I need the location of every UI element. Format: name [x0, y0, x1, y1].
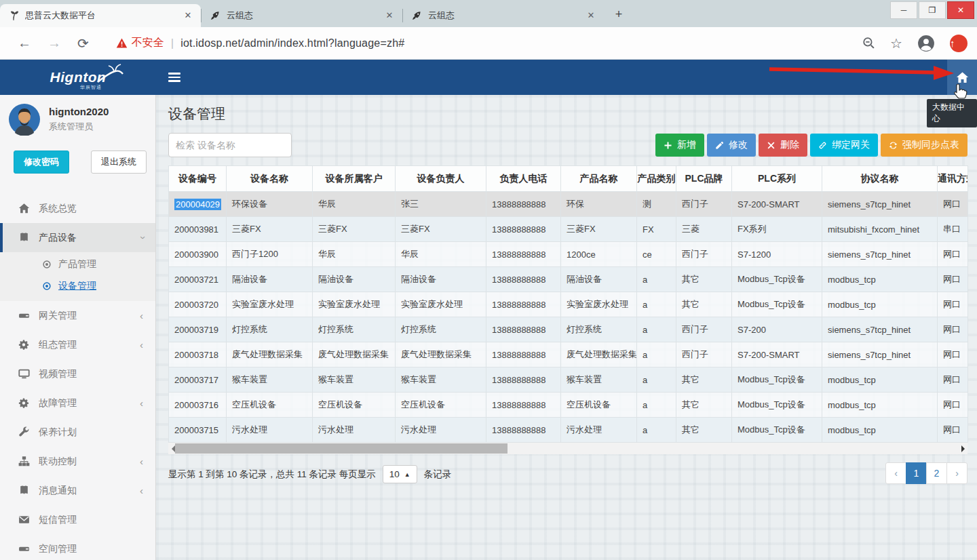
- sidebar-item[interactable]: 网关管理‹: [0, 301, 155, 330]
- page-button[interactable]: 2: [926, 462, 947, 484]
- table-cell: 网口: [938, 267, 968, 292]
- table-cell: Modbus_Tcp设备: [732, 267, 822, 292]
- sidebar-item[interactable]: 故障管理‹: [0, 388, 155, 418]
- table-row[interactable]: 200003981三菱FX三菱FX三菱FX13888888888三菱FXFX三菱…: [169, 217, 968, 242]
- tab-close-icon[interactable]: ✕: [383, 9, 396, 22]
- table-cell: S7-200: [732, 317, 822, 342]
- search-input[interactable]: [168, 133, 292, 157]
- toolbar-button[interactable]: 删除: [759, 134, 807, 157]
- table-cell: 200003719: [169, 317, 227, 342]
- column-header[interactable]: PLC品牌: [676, 166, 732, 192]
- scrollbar-thumb[interactable]: [175, 443, 507, 454]
- chevron-left-icon: ‹: [140, 485, 143, 496]
- column-header[interactable]: 负责人电话: [486, 166, 561, 192]
- table-cell: modbus_tcp: [822, 393, 938, 418]
- table-cell: 13888888888: [486, 317, 561, 342]
- horizontal-scrollbar[interactable]: [168, 443, 968, 454]
- toolbar-button[interactable]: 强制同步点表: [881, 134, 968, 157]
- sidebar-item[interactable]: 视频管理: [0, 359, 155, 388]
- page-button[interactable]: ‹: [885, 462, 906, 484]
- table-row[interactable]: 200003718废气处理数据采集废气处理数据采集废气处理数据采集1388888…: [169, 342, 968, 367]
- browser-update-icon[interactable]: ↑: [950, 35, 968, 52]
- sidebar-item[interactable]: 系统总览: [0, 194, 155, 223]
- toolbar-button[interactable]: 绑定网关: [810, 134, 878, 157]
- table-cell: Modbus_Tcp设备: [732, 367, 822, 393]
- table-cell: 200003717: [169, 367, 227, 393]
- pagination: 显示第 1 到第 10 条记录，总共 11 条记录 每页显示 10 ▲ 条记录 …: [168, 462, 968, 485]
- column-header[interactable]: 通讯方式: [938, 166, 968, 192]
- browser-tab[interactable]: 云组态 ✕: [403, 4, 604, 27]
- column-header[interactable]: PLC系列: [732, 166, 822, 192]
- url-text[interactable]: iot.idosp.net/admin/index.html?language=…: [180, 37, 404, 49]
- table-row[interactable]: 200003717猴车装置猴车装置猴车装置13888888888猴车装置a其它M…: [169, 367, 968, 393]
- table-cell: 空压机设备: [396, 393, 486, 418]
- table-cell: 13888888888: [486, 267, 561, 292]
- table-cell: 污水处理: [227, 418, 313, 443]
- close-button[interactable]: ✕: [947, 1, 974, 19]
- sidebar-item[interactable]: 组态管理‹: [0, 330, 155, 359]
- table-cell: 13888888888: [486, 418, 561, 443]
- sidebar-subitem[interactable]: 产品管理: [0, 254, 155, 275]
- column-header[interactable]: 设备所属客户: [313, 166, 396, 192]
- change-password-button[interactable]: 修改密码: [14, 151, 69, 174]
- sidebar-item-label: 网关管理: [39, 310, 77, 322]
- sidebar-subitem[interactable]: 设备管理: [0, 275, 155, 297]
- sidebar-item[interactable]: 保养计划: [0, 418, 155, 447]
- table-row[interactable]: 200003719灯控系统灯控系统灯控系统13888888888灯控系统a西门子…: [169, 317, 968, 342]
- sidebar-subitem-label: 设备管理: [58, 280, 96, 292]
- sidebar-item-label: 视频管理: [39, 368, 77, 380]
- table-cell: 200003720: [169, 292, 227, 317]
- column-header[interactable]: 协议名称: [822, 166, 938, 192]
- scroll-right-icon[interactable]: [958, 443, 968, 454]
- window-controls: ─ ❐ ✕: [889, 1, 974, 19]
- table-cell: a: [637, 292, 676, 317]
- page-size-select[interactable]: 10 ▲: [383, 465, 417, 483]
- sidebar-item[interactable]: 空间管理: [0, 534, 155, 560]
- sidebar-item[interactable]: 产品设备‹: [0, 223, 155, 252]
- toolbar-button[interactable]: 修改: [707, 134, 756, 157]
- column-header[interactable]: 设备负责人: [396, 166, 486, 192]
- table-cell: modbus_tcp: [822, 418, 938, 443]
- browser-tab[interactable]: 思普云大数据平台 ✕: [0, 4, 201, 27]
- sidebar-item[interactable]: 消息通知‹: [0, 476, 155, 505]
- column-header[interactable]: 设备名称: [227, 166, 313, 192]
- column-header[interactable]: 设备编号: [169, 166, 227, 192]
- table-row[interactable]: 200003721隔油设备隔油设备隔油设备13888888888隔油设备a其它M…: [169, 267, 968, 292]
- table-cell: 13888888888: [486, 367, 561, 393]
- hdd-icon: [18, 543, 30, 555]
- sidebar-toggle-icon[interactable]: [168, 73, 180, 95]
- table-cell: 张三: [396, 192, 486, 217]
- reload-icon[interactable]: ⟳: [77, 35, 89, 52]
- logout-button[interactable]: 退出系统: [91, 151, 147, 174]
- new-tab-button[interactable]: +: [609, 5, 628, 24]
- sidebar-item[interactable]: 联动控制‹: [0, 447, 155, 476]
- table-row[interactable]: 200003720实验室废水处理实验室废水处理实验室废水处理1388888888…: [169, 292, 968, 317]
- table-cell: modbus_tcp: [822, 292, 938, 317]
- column-header[interactable]: 产品类别: [637, 166, 676, 192]
- forward-icon[interactable]: →: [47, 35, 61, 51]
- browser-tab[interactable]: 云组态 ✕: [202, 4, 402, 27]
- security-warning[interactable]: 不安全: [116, 36, 164, 50]
- table-row[interactable]: 200004029环保设备华辰张三13888888888环保测西门子S7-200…: [169, 192, 968, 217]
- back-icon[interactable]: ←: [18, 35, 31, 51]
- zoom-out-icon[interactable]: [862, 37, 875, 49]
- sidebar-item[interactable]: 短信管理: [0, 505, 155, 534]
- table-cell: 三菱FX: [313, 217, 396, 242]
- table-row[interactable]: 200003900西门子1200华辰华辰138888888881200cece西…: [169, 242, 968, 267]
- tab-title: 云组态: [428, 9, 585, 22]
- restore-button[interactable]: ❐: [919, 1, 946, 19]
- tab-close-icon[interactable]: ✕: [585, 9, 597, 22]
- page-button[interactable]: ›: [946, 462, 968, 484]
- browser-profile-icon[interactable]: [917, 35, 935, 52]
- tab-close-icon[interactable]: ✕: [182, 9, 194, 22]
- table-row[interactable]: 200003715污水处理污水处理污水处理13888888888污水处理a其它M…: [169, 418, 968, 443]
- bigdata-home-button[interactable]: [947, 60, 977, 95]
- toolbar-button[interactable]: 新增: [655, 134, 704, 157]
- bookmark-star-icon[interactable]: ☆: [890, 35, 902, 52]
- table-row[interactable]: 200003716空压机设备空压机设备空压机设备13888888888空压机设备…: [169, 393, 968, 418]
- app-logo[interactable]: Hignton 华辰智通: [0, 60, 156, 95]
- page-button[interactable]: 1: [906, 462, 927, 484]
- column-header[interactable]: 产品名称: [561, 166, 637, 192]
- home-icon: [956, 71, 969, 84]
- minimize-button[interactable]: ─: [890, 1, 917, 19]
